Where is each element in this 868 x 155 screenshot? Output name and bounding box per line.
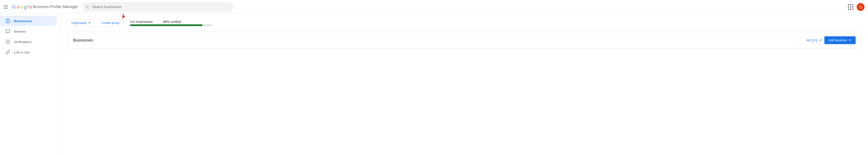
businesses-count: 121 businesses bbox=[130, 20, 153, 24]
reviews-icon bbox=[5, 29, 10, 34]
hamburger-menu-icon[interactable] bbox=[3, 4, 9, 9]
sidebar-label-link-to-ads: Link to ads bbox=[14, 50, 30, 54]
businesses-icon bbox=[5, 18, 10, 24]
add-business-label: Add business bbox=[829, 38, 847, 42]
all-filter-chevron-icon: ▼ bbox=[819, 39, 822, 42]
logo-letter-o1: o bbox=[17, 4, 19, 10]
logo-letter-o2: o bbox=[20, 4, 23, 10]
account-avatar[interactable] bbox=[857, 3, 865, 11]
all-filter-label: All (121) bbox=[807, 38, 818, 42]
stats-area: 121 businesses 88% verified bbox=[130, 20, 213, 26]
logo-letter-g: G bbox=[12, 4, 16, 10]
logo-area: Google Business Profile Manager bbox=[12, 4, 78, 10]
search-icon bbox=[85, 5, 89, 9]
main-content: Ungrouped ▼ Create group 121 businesses … bbox=[61, 14, 868, 155]
logo-letter-l: l bbox=[27, 4, 28, 10]
add-business-button[interactable]: Add business ▼ bbox=[825, 36, 856, 44]
sidebar-item-link-to-ads[interactable]: Link to ads bbox=[0, 47, 57, 57]
logo-letter-e: e bbox=[29, 4, 32, 10]
businesses-title: Businesses bbox=[73, 38, 93, 43]
verified-percent: 88% verified bbox=[163, 20, 181, 24]
header-left: Google Business Profile Manager bbox=[3, 4, 78, 10]
add-business-chevron-icon: ▼ bbox=[849, 39, 851, 42]
all-filter-button[interactable]: All (121) ▼ bbox=[807, 38, 822, 42]
app-title: Business Profile Manager bbox=[33, 5, 78, 9]
grid-dots bbox=[848, 4, 854, 10]
create-group-button[interactable]: Create group bbox=[98, 19, 123, 27]
apps-grid-icon[interactable] bbox=[846, 3, 855, 11]
svg-rect-3 bbox=[6, 30, 10, 32]
sidebar-item-businesses[interactable]: Businesses bbox=[0, 16, 57, 26]
businesses-header: Businesses All (121) ▼ Add business ▼ bbox=[73, 36, 856, 44]
toolbar-row: Ungrouped ▼ Create group 121 businesses … bbox=[68, 19, 861, 27]
sidebar-item-reviews[interactable]: Reviews bbox=[0, 26, 57, 36]
search-input[interactable] bbox=[92, 5, 230, 9]
link-to-ads-icon bbox=[5, 50, 10, 55]
sidebar-item-verifications[interactable]: Verifications bbox=[0, 36, 57, 47]
flame-svg bbox=[859, 5, 863, 9]
sidebar: Businesses Reviews Verifications bbox=[0, 14, 61, 155]
app-header: Google Business Profile Manager bbox=[0, 0, 868, 14]
ungrouped-chevron-icon: ▼ bbox=[88, 21, 91, 24]
logo-letter-g2: g bbox=[24, 4, 27, 10]
businesses-header-right: All (121) ▼ Add business ▼ bbox=[807, 36, 856, 44]
main-layout: Businesses Reviews Verifications bbox=[0, 14, 868, 155]
svg-marker-4 bbox=[122, 15, 125, 19]
stats-labels: 121 businesses 88% verified bbox=[130, 20, 213, 24]
sidebar-label-reviews: Reviews bbox=[14, 30, 26, 33]
sidebar-label-verifications: Verifications bbox=[14, 40, 31, 44]
verifications-icon bbox=[5, 39, 10, 44]
progress-bar-container bbox=[130, 24, 213, 26]
ungrouped-button[interactable]: Ungrouped ▼ bbox=[68, 19, 94, 27]
ungrouped-label: Ungrouped bbox=[71, 21, 86, 25]
progress-bar-fill bbox=[130, 24, 203, 26]
header-right bbox=[846, 3, 865, 11]
search-bar[interactable] bbox=[82, 2, 234, 12]
sidebar-label-businesses: Businesses bbox=[14, 19, 32, 23]
businesses-section: Businesses All (121) ▼ Add business ▼ bbox=[68, 32, 861, 49]
